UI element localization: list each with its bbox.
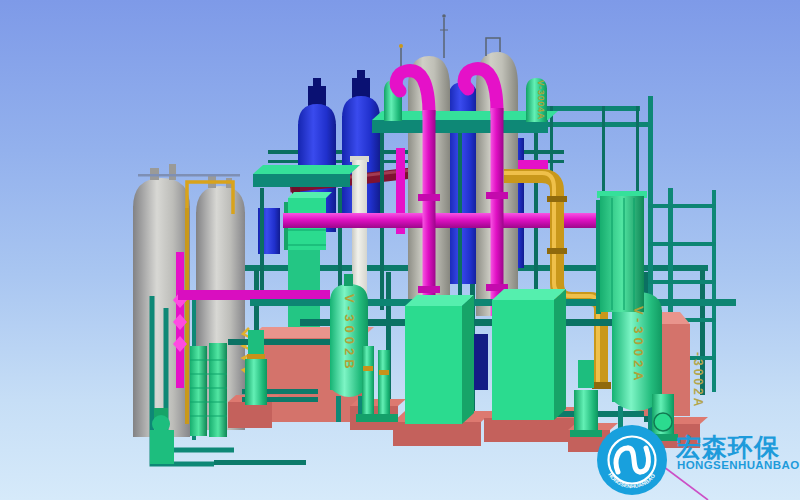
slab-2 — [484, 418, 576, 442]
label-v3004a: V-3004A — [536, 80, 546, 120]
plate-heat-exchanger — [596, 191, 647, 314]
label-v3002b: V-3002B — [342, 294, 357, 373]
label-v3002a: V-3002A — [631, 306, 646, 385]
cad-viewport: V-3002B V-3002A V-3004A -3002A HONGSENHU… — [0, 0, 800, 500]
company-name-en: HONGSENHUANBAO — [677, 459, 800, 471]
plant-3d-render — [0, 0, 800, 500]
green-box-2 — [492, 289, 566, 420]
tank-top-pipe — [138, 174, 240, 177]
company-logo: HONGSENHUANBAO — [596, 424, 668, 496]
pump-left — [245, 330, 267, 405]
upper-platform — [372, 120, 548, 133]
left-platform — [253, 174, 350, 187]
slab-1 — [393, 422, 481, 446]
green-box-1 — [405, 295, 474, 424]
label-3002a-tag: -3002A — [691, 352, 705, 409]
